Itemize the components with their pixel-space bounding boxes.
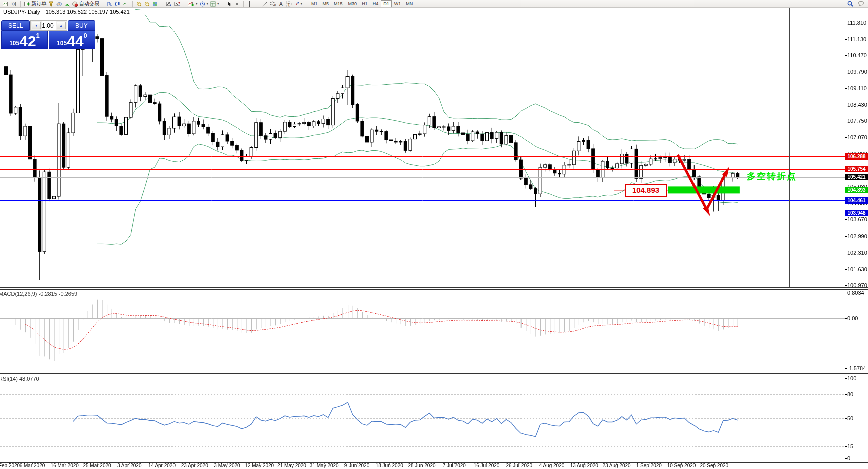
level-price-badge: 104.461 <box>845 197 868 204</box>
price-level-tag[interactable]: 104.893 <box>625 184 667 197</box>
cloud-icon[interactable] <box>55 1 63 7</box>
price-axis-tick: 102.310 <box>847 250 867 256</box>
date-axis-tick: 12 May 2020 <box>245 463 274 468</box>
price-axis-tick: 107.750 <box>847 118 867 124</box>
svg-text:A: A <box>279 1 283 7</box>
date-axis-tick: 14 Apr 2020 <box>148 463 176 468</box>
reversal-annotation[interactable]: 多空转折点 <box>747 170 797 182</box>
zoom-out-icon[interactable] <box>143 1 151 7</box>
price-axis-tick: 109.110 <box>847 85 867 91</box>
arrows-icon[interactable]: ▾ <box>293 1 304 7</box>
arrange-right-icon[interactable] <box>173 1 181 7</box>
hline-icon[interactable] <box>253 1 261 7</box>
label-icon[interactable]: T <box>285 1 293 7</box>
funnel-icon[interactable] <box>47 1 55 7</box>
timeframe-mn-button[interactable]: MN <box>403 0 415 7</box>
price-axis-tick: 109.790 <box>847 69 867 75</box>
date-axis-tick: 23 Aug 2020 <box>602 463 630 468</box>
volume-down-button[interactable]: ▼ <box>32 22 41 29</box>
date-axis-tick: 25 Mar 2020 <box>83 463 111 468</box>
date-axis-tick: 16 Jul 2020 <box>474 463 500 468</box>
date-axis-tick: 21 May 2020 <box>277 463 306 468</box>
profiles-icon[interactable] <box>10 1 18 7</box>
date-axis-tick: 26 Jul 2020 <box>506 463 532 468</box>
price-axis-tick: 110.470 <box>847 52 867 58</box>
date-axis-tick: 23 Apr 2020 <box>181 463 208 468</box>
fibo-icon[interactable]: E <box>269 1 277 7</box>
ohlc-values: 105.313 105.522 105.197 105.421 <box>46 9 130 15</box>
timeframe-m15-button[interactable]: M15 <box>331 0 345 7</box>
text-icon[interactable]: A <box>277 1 285 7</box>
template-icon[interactable]: ▾ <box>209 1 220 7</box>
buy-price-big: 44 <box>67 35 83 48</box>
price-axis-tick: 108.430 <box>847 102 867 108</box>
date-axis-tick: 3 May 2020 <box>214 463 240 468</box>
date-axis-tick: 3 Apr 2020 <box>117 463 141 468</box>
price-axis-tick: 107.070 <box>847 134 867 140</box>
date-axis-tick: 16 Mar 2020 <box>51 463 79 468</box>
period-icon[interactable]: ▾ <box>199 1 210 7</box>
current-price-badge: 105.421 <box>845 174 868 180</box>
rsi-axis-tick: 50 <box>847 415 853 421</box>
auto-trading-button[interactable]: 自动交易 <box>71 1 100 7</box>
trendline-icon[interactable] <box>261 1 269 7</box>
one-click-trading-widget: SELL ▼ 1.00 ▲ BUY 105 42 1 105 44 0 <box>1 20 95 49</box>
date-axis-tick: 4 Aug 2020 <box>539 463 565 468</box>
add-indicator-icon[interactable]: ▾ <box>187 1 199 7</box>
svg-text:E: E <box>274 4 276 7</box>
rsi-axis-tick: 0 <box>847 455 850 461</box>
price-axis-tick: 101.630 <box>847 266 867 272</box>
search-icon[interactable] <box>846 1 855 7</box>
price-chart-canvas[interactable] <box>0 0 868 469</box>
sell-price-sup: 1 <box>36 32 40 39</box>
volume-input[interactable]: 1.00 <box>42 21 55 30</box>
buy-button[interactable]: BUY <box>68 20 95 31</box>
tile-windows-icon[interactable] <box>151 1 159 7</box>
timeframe-m5-button[interactable]: M5 <box>320 0 332 7</box>
macd-axis-tick: 0.00 <box>847 315 858 321</box>
volume-stepper: ▼ 1.00 ▲ <box>30 20 67 31</box>
date-axis-tick: Feb 2020 <box>0 463 20 468</box>
timeframe-h4-button[interactable]: H4 <box>370 0 381 7</box>
new-order-button[interactable]: 新订单 <box>23 1 47 7</box>
timeframe-m30-button[interactable]: M30 <box>345 0 360 7</box>
sell-price-big: 42 <box>19 35 36 48</box>
chart-title: USDJPY-,Daily 105.313 105.522 105.197 10… <box>3 9 130 15</box>
zoom-in-icon[interactable] <box>135 1 143 7</box>
buy-price-panel[interactable]: 105 44 0 <box>49 31 95 49</box>
volume-up-button[interactable]: ▲ <box>57 22 66 29</box>
rsi-label: RSI(14) 48.0770 <box>0 376 39 382</box>
signal-icon[interactable] <box>63 1 71 7</box>
vline-icon[interactable] <box>246 1 253 7</box>
timeframe-h1-button[interactable]: H1 <box>359 0 370 7</box>
date-axis-tick: 20 Sep 2020 <box>700 463 728 468</box>
arrange-left-icon[interactable] <box>165 1 173 7</box>
timeframe-d1-button[interactable]: D1 <box>381 0 392 7</box>
macd-label: MACD(12,26,9) -0.2815 -0.2659 <box>0 291 77 297</box>
price-axis-tick: 100.970 <box>847 282 867 288</box>
level-price-badge: 103.948 <box>845 210 868 216</box>
macd-axis-tick: -1.5784 <box>847 365 866 371</box>
price-axis-tick: 111.810 <box>847 20 866 26</box>
top-toolbar: 新订单 自动交易 ▾ ▾ ▾ E A <box>0 0 868 8</box>
timeframe-m1-button[interactable]: M1 <box>309 0 320 7</box>
date-axis-tick: 18 Jun 2020 <box>376 463 403 468</box>
chat-icon[interactable] <box>857 1 866 7</box>
level-price-badge: 105.754 <box>845 166 868 172</box>
sell-price-panel[interactable]: 105 42 1 <box>1 31 48 49</box>
cursor-icon[interactable] <box>226 1 233 7</box>
bar-chart-icon[interactable] <box>106 1 114 7</box>
crosshair-icon[interactable] <box>233 1 241 7</box>
new-chart-icon[interactable] <box>2 1 10 7</box>
timeframe-group: M1M5M15M30H1H4D1W1MN <box>307 0 417 7</box>
buy-price-base: 105 <box>57 40 67 47</box>
timeframe-w1-button[interactable]: W1 <box>392 0 404 7</box>
macd-axis-tick: 0.8034 <box>847 290 864 296</box>
date-axis-tick: 28 Jun 2020 <box>408 463 435 468</box>
candle-chart-icon[interactable] <box>114 1 122 7</box>
sell-button[interactable]: SELL <box>1 20 30 31</box>
price-axis-tick: 111.130 <box>847 36 866 42</box>
line-chart-icon[interactable] <box>122 1 130 7</box>
rsi-axis-tick: 100 <box>847 375 856 381</box>
date-axis-tick: 7 Jul 2020 <box>443 463 466 468</box>
